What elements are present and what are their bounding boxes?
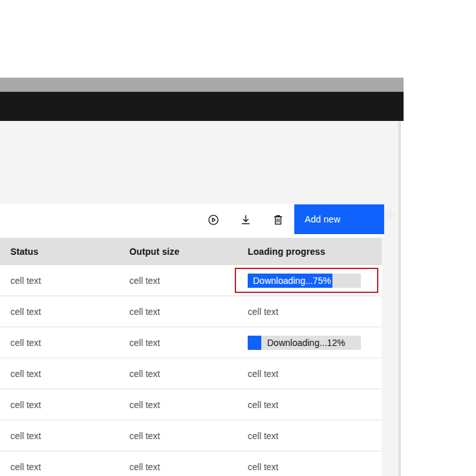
output-size-cell: cell text: [119, 389, 237, 420]
toolbar-icon-group: [197, 205, 294, 235]
output-size-cell: cell text: [119, 420, 237, 451]
trash-icon: [272, 214, 284, 226]
table-toolbar: Add new: [0, 204, 384, 237]
data-table: Status Output size Loading progress cell…: [0, 238, 382, 476]
window-menubar: [0, 92, 404, 121]
progress-label: Downloading...12%: [267, 338, 345, 348]
cell-focus-highlight: [235, 268, 378, 293]
loading-progress-cell: Downloading...12%: [237, 327, 382, 358]
loading-progress-cell: cell text: [237, 358, 382, 389]
play-outline-icon: [208, 214, 219, 226]
delete-button[interactable]: [262, 205, 294, 235]
move-cursor-icon: [385, 209, 396, 219]
table-row[interactable]: cell text cell text cell text: [0, 358, 382, 389]
table-row[interactable]: cell text cell text cell text: [0, 451, 382, 476]
status-cell: cell text: [0, 451, 119, 476]
app-window: Add new Status Output size Loading progr…: [0, 78, 404, 476]
status-cell: cell text: [0, 358, 119, 389]
output-size-cell: cell text: [119, 265, 237, 296]
table-row[interactable]: cell text cell text cell text: [0, 296, 382, 327]
column-header-status: Status: [0, 238, 119, 265]
loading-progress-cell: Downloading...75%: [237, 265, 382, 296]
column-header-loading-progress: Loading progress: [237, 238, 382, 265]
column-header-output-size: Output size: [119, 238, 237, 265]
loading-progress-cell: cell text: [237, 389, 382, 420]
progress-bar: Downloading...12%: [248, 336, 361, 350]
status-cell: cell text: [0, 420, 119, 451]
table-row[interactable]: cell text cell text Downloading...75%: [0, 265, 382, 296]
play-button[interactable]: [197, 205, 230, 235]
status-cell: cell text: [0, 265, 119, 296]
output-size-cell: cell text: [119, 327, 237, 358]
progress-bar-fill: [248, 336, 261, 350]
status-cell: cell text: [0, 389, 119, 420]
output-size-cell: cell text: [119, 451, 237, 476]
download-icon: [240, 214, 252, 226]
status-cell: cell text: [0, 327, 119, 358]
loading-progress-cell: cell text: [237, 296, 382, 327]
window-titlebar: [0, 78, 404, 92]
table-row[interactable]: cell text cell text cell text: [0, 389, 382, 420]
download-button[interactable]: [230, 205, 262, 235]
status-cell: cell text: [0, 296, 119, 327]
table-row[interactable]: cell text cell text Downloading...12%: [0, 327, 382, 358]
add-new-button[interactable]: Add new: [294, 204, 384, 234]
loading-progress-cell: cell text: [237, 420, 382, 451]
output-size-cell: cell text: [119, 296, 237, 327]
table-header-row: Status Output size Loading progress: [0, 238, 382, 265]
table-row[interactable]: cell text cell text cell text: [0, 420, 382, 451]
output-size-cell: cell text: [119, 358, 237, 389]
loading-progress-cell: cell text: [237, 451, 382, 476]
